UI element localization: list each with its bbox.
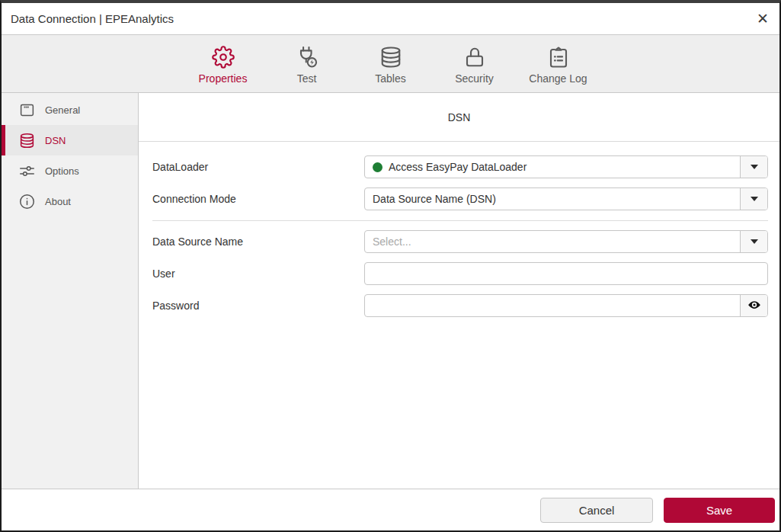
lock-icon (463, 46, 486, 69)
titlebar: Data Connection | EPEAnalytics ✕ (2, 3, 779, 35)
save-button[interactable]: Save (664, 498, 775, 523)
sidebar-item-dsn[interactable]: DSN (2, 125, 138, 155)
status-dot-icon (373, 162, 382, 172)
connection-mode-label: Connection Mode (152, 193, 364, 205)
sidebar-item-options[interactable]: Options (2, 155, 138, 186)
sidebar-item-label: General (45, 104, 80, 116)
sidebar-item-label: DSN (45, 135, 66, 146)
user-field-wrap (364, 262, 768, 285)
clipboard-list-icon (547, 46, 570, 69)
sidebar-item-label: About (45, 196, 71, 207)
tab-label: Properties (199, 72, 248, 85)
tabbar: Properties Test Tables Security Change L… (2, 35, 779, 93)
eye-icon (747, 298, 761, 314)
user-row: User (152, 262, 779, 285)
connection-mode-row: Connection Mode Data Source Name (DSN) (152, 187, 779, 210)
database-icon (19, 133, 35, 149)
data-source-name-select[interactable]: Select... (364, 230, 768, 253)
sliders-icon (19, 163, 35, 179)
close-icon[interactable]: ✕ (757, 11, 769, 26)
dataloader-dropdown-button[interactable] (740, 156, 767, 178)
data-connection-dialog: Data Connection | EPEAnalytics ✕ Propert… (0, 0, 781, 532)
section-title: DSN (139, 93, 779, 142)
chevron-down-icon (751, 197, 758, 201)
gear-icon (212, 46, 235, 69)
dialog-title: Data Connection | EPEAnalytics (11, 12, 174, 25)
chevron-down-icon (751, 239, 758, 244)
dataloader-label: DataLoader (152, 161, 364, 173)
data-source-name-label: Data Source Name (152, 236, 364, 248)
footer: Cancel Save (2, 489, 779, 530)
dataloader-row: DataLoader Access EasyPay DataLoader (152, 155, 779, 178)
dataloader-select[interactable]: Access EasyPay DataLoader (364, 155, 768, 178)
password-label: Password (152, 300, 364, 312)
tab-security[interactable]: Security (433, 46, 517, 85)
tab-label: Test (297, 72, 317, 85)
show-password-button[interactable] (740, 295, 767, 316)
password-input[interactable] (365, 295, 740, 316)
tab-change-log[interactable]: Change Log (517, 46, 600, 85)
data-source-name-dropdown-button[interactable] (740, 231, 767, 252)
form-divider (152, 220, 768, 221)
password-row: Password (152, 294, 779, 317)
sidebar: General DSN Options About (2, 93, 139, 489)
database-icon (379, 46, 402, 69)
tab-properties[interactable]: Properties (181, 46, 265, 85)
tab-test[interactable]: Test (265, 46, 349, 85)
connection-mode-value: Data Source Name (DSN) (373, 193, 496, 205)
tab-tables[interactable]: Tables (349, 46, 433, 85)
sidebar-item-about[interactable]: About (2, 186, 138, 216)
main-panel: DSN DataLoader Access EasyPay DataLoader… (139, 93, 779, 489)
tab-label: Change Log (529, 72, 587, 85)
dataloader-value: Access EasyPay DataLoader (389, 161, 527, 173)
data-source-name-row: Data Source Name Select... (152, 230, 779, 253)
connection-mode-dropdown-button[interactable] (740, 188, 767, 210)
tab-label: Tables (375, 72, 405, 85)
info-icon (19, 194, 35, 210)
dsn-form: DataLoader Access EasyPay DataLoader Con… (139, 142, 779, 326)
user-label: User (152, 268, 364, 280)
dialog-body: General DSN Options About (2, 93, 779, 489)
sidebar-item-general[interactable]: General (2, 95, 138, 125)
sidebar-item-label: Options (45, 165, 79, 177)
user-input[interactable] (365, 263, 767, 284)
connection-mode-select[interactable]: Data Source Name (DSN) (364, 187, 768, 210)
password-field-wrap (364, 294, 768, 317)
chevron-down-icon (751, 165, 758, 169)
tab-label: Security (455, 72, 494, 85)
window-icon (19, 102, 35, 118)
plug-test-icon (295, 46, 319, 69)
cancel-button[interactable]: Cancel (540, 498, 653, 523)
data-source-name-placeholder: Select... (373, 236, 411, 248)
